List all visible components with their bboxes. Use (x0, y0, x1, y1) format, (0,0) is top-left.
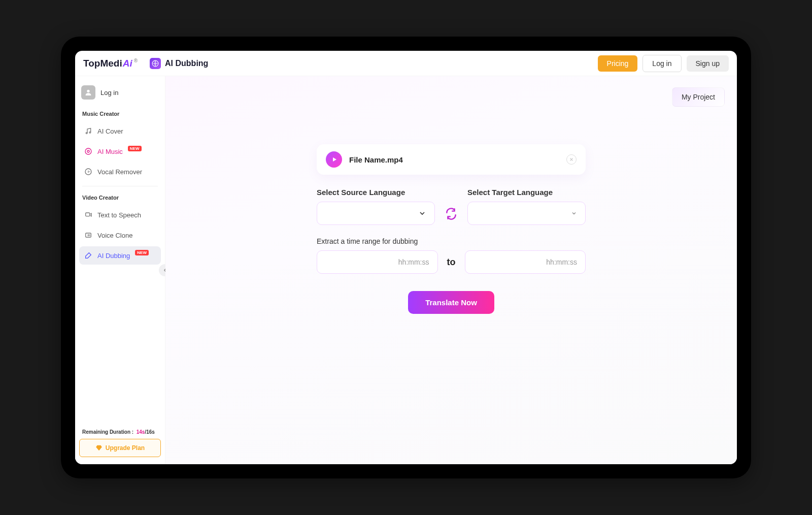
play-icon[interactable] (326, 151, 342, 168)
section-video: Video Creator (79, 191, 161, 204)
sidebar-item-ai-music[interactable]: AI Music NEW (79, 142, 161, 160)
source-language-select[interactable] (317, 202, 435, 225)
sidebar-item-voice-clone[interactable]: Voice Clone (79, 226, 161, 244)
svg-rect-7 (86, 213, 90, 216)
new-badge: NEW (128, 146, 142, 151)
sidebar-login-label: Log in (100, 89, 118, 96)
waveform-icon (84, 231, 92, 239)
svg-point-3 (89, 132, 91, 133)
speech-icon (84, 211, 92, 219)
upgrade-plan-button[interactable]: Upgrade Plan (79, 439, 161, 457)
translate-now-button[interactable]: Translate Now (408, 291, 494, 314)
source-language-label: Select Source Language (317, 188, 435, 197)
brand-logo[interactable]: TopMediAi® (83, 58, 138, 69)
main-content: My Project File Name.mp4 Select S (165, 76, 737, 464)
sidebar: Log in Music Creator AI Cover AI Music N… (75, 76, 165, 464)
my-project-button[interactable]: My Project (672, 87, 725, 107)
sidebar-item-label: AI Music (97, 148, 123, 155)
diamond-icon (95, 444, 103, 452)
app-title: AI Dubbing (165, 59, 208, 68)
login-button[interactable]: Log in (642, 55, 681, 72)
music-note-icon (84, 127, 92, 135)
upgrade-label: Upgrade Plan (106, 444, 145, 452)
target-language-select[interactable] (467, 202, 586, 225)
sidebar-item-label: Voice Clone (97, 232, 132, 239)
brand-suffix: Ai (123, 58, 132, 69)
sidebar-item-label: AI Cover (97, 127, 123, 135)
pricing-button[interactable]: Pricing (598, 55, 638, 72)
file-name: File Name.mp4 (349, 155, 559, 164)
mic-pen-icon (84, 251, 92, 260)
brand-reg: ® (134, 58, 138, 63)
sidebar-item-ai-cover[interactable]: AI Cover (79, 122, 161, 140)
sidebar-item-ai-dubbing[interactable]: AI Dubbing NEW (79, 246, 161, 265)
equalizer-icon (84, 168, 92, 176)
svg-point-1 (87, 90, 89, 92)
remove-file-button[interactable] (566, 154, 577, 165)
chevron-down-icon (571, 210, 577, 216)
sidebar-item-vocal-remover[interactable]: Vocal Remover (79, 163, 161, 181)
dubbing-app-icon (150, 58, 161, 69)
start-time-input[interactable] (317, 250, 438, 274)
sidebar-item-label: AI Dubbing (97, 252, 130, 260)
sidebar-login[interactable]: Log in (79, 83, 161, 108)
svg-point-2 (86, 133, 87, 134)
sidebar-item-label: Text to Speech (97, 211, 141, 219)
remaining-duration: Remaining Duration : 14s/16s (79, 429, 161, 439)
file-card: File Name.mp4 (317, 144, 586, 175)
svg-point-5 (87, 150, 89, 152)
end-time-input[interactable] (465, 250, 586, 274)
section-music: Music Creator (79, 108, 161, 120)
sidebar-item-tts[interactable]: Text to Speech (79, 206, 161, 224)
svg-point-4 (85, 148, 91, 154)
disc-icon (84, 147, 92, 155)
divider (82, 186, 158, 186)
swap-languages-button[interactable] (444, 207, 458, 221)
chevron-down-icon (418, 209, 426, 217)
new-badge: NEW (135, 250, 149, 255)
swap-icon (445, 207, 458, 220)
sidebar-item-label: Vocal Remover (97, 168, 142, 176)
target-language-label: Select Target Language (467, 188, 586, 197)
brand-name: TopMedi (83, 58, 122, 69)
close-icon (569, 157, 574, 162)
signup-button[interactable]: Sign up (687, 55, 729, 72)
to-label: to (447, 257, 456, 268)
user-icon (81, 85, 95, 100)
time-range-label: Extract a time range for dubbing (317, 237, 586, 245)
app-title-group: AI Dubbing (150, 58, 208, 69)
